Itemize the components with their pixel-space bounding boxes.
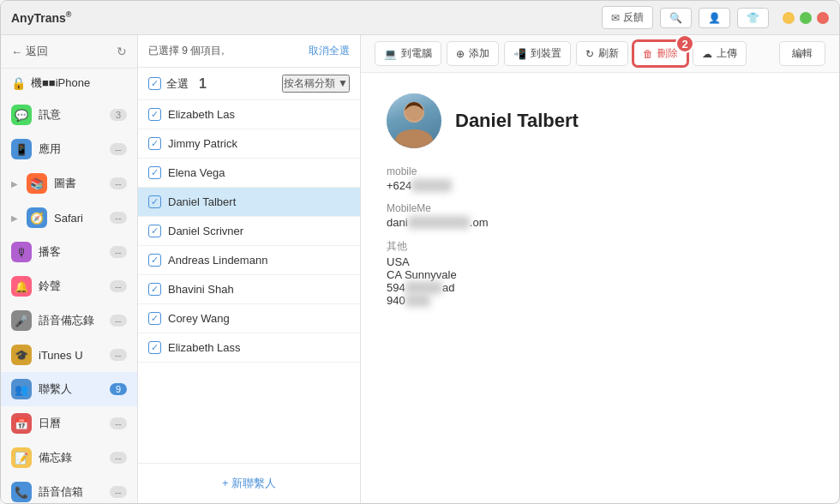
- app-window: AnyTrans® ✉ 反饋 🔍 👤 👕 − + ×: [0, 0, 840, 504]
- contact-item[interactable]: Bhavini Shah: [138, 275, 360, 304]
- sidebar-item-apps[interactable]: 📱 應用 --: [1, 132, 137, 166]
- shirt-button[interactable]: 👕: [737, 8, 769, 28]
- ringtones-icon: 🔔: [11, 276, 32, 297]
- refresh-icon[interactable]: ↻: [117, 45, 127, 58]
- messages-icon: 💬: [11, 105, 32, 125]
- edit-button[interactable]: 編輯: [779, 41, 825, 66]
- sidebar-header: ← 返回 ↻: [1, 35, 137, 69]
- select-all-row: 全選 1 按名稱分類 ▼: [138, 68, 360, 100]
- user-button[interactable]: 👤: [699, 8, 730, 28]
- sidebar-item-calendar[interactable]: 📅 日曆 --: [1, 406, 137, 441]
- voicememo-icon: 🎤: [11, 310, 32, 331]
- sidebar-item-safari[interactable]: ▶ 🧭 Safari --: [1, 201, 137, 235]
- sidebar-item-voicemail[interactable]: 📞 語音信箱 --: [1, 475, 137, 503]
- contact-item[interactable]: Elizabeth Lass: [138, 333, 360, 363]
- expand-arrow-icon: ▶: [11, 213, 18, 223]
- to-device-icon: 📲: [513, 48, 526, 60]
- sidebar-item-notes[interactable]: 📝 備忘錄 --: [1, 441, 137, 475]
- add-button[interactable]: ⊕ 添加: [447, 41, 499, 66]
- contact-list-header: 已選擇 9 個項目, 取消全選: [138, 35, 360, 68]
- add-icon: ⊕: [456, 48, 465, 60]
- upload-button[interactable]: ☁ 上傳: [693, 41, 747, 66]
- contact-item-daniel-talbert[interactable]: Daniel Talbert: [138, 188, 360, 217]
- maximize-button[interactable]: +: [800, 12, 812, 24]
- sidebar-item-contacts[interactable]: 👥 聯繫人 9: [1, 372, 137, 406]
- detail-content: Daniel Talbert mobile +624 MobileMe dani…: [361, 73, 839, 503]
- contact-checkbox[interactable]: [148, 108, 161, 121]
- window-controls: − + ×: [783, 12, 829, 24]
- contact-item[interactable]: Jimmy Patrick: [138, 129, 360, 159]
- to-pc-button[interactable]: 💻 到電腦: [375, 41, 441, 66]
- delete-wrap: 🗑 刪除 2: [633, 41, 687, 66]
- step2-badge: 2: [675, 35, 694, 53]
- contact-hero: Daniel Talbert: [387, 93, 813, 148]
- user-icon: 👤: [708, 12, 721, 24]
- to-device-button[interactable]: 📲 到裝置: [504, 41, 571, 66]
- main-layout: ← 返回 ↻ 🔒 機■■iPhone 💬 訊意 3 📱 應用 -- ▶: [1, 35, 839, 503]
- sidebar: ← 返回 ↻ 🔒 機■■iPhone 💬 訊意 3 📱 應用 -- ▶: [1, 35, 138, 503]
- device-name: 🔒 機■■iPhone: [1, 69, 137, 98]
- contact-checkbox[interactable]: [148, 312, 161, 325]
- calendar-icon: 📅: [11, 413, 32, 434]
- contact-list-panel: 已選擇 9 個項目, 取消全選 全選 1 按名稱分類 ▼ Elizabeth L…: [138, 35, 361, 503]
- contact-checkbox[interactable]: [148, 254, 161, 267]
- sidebar-item-ringtones[interactable]: 🔔 鈴聲 --: [1, 269, 137, 303]
- sidebar-item-podcasts[interactable]: 🎙 播客 --: [1, 235, 137, 269]
- contact-item-corey-wang[interactable]: Corey Wang: [138, 304, 360, 333]
- books-icon: 📚: [27, 173, 47, 194]
- contact-checkbox[interactable]: [148, 166, 161, 179]
- contact-checkbox[interactable]: [148, 195, 161, 208]
- cancel-all-link[interactable]: 取消全選: [309, 44, 350, 58]
- feedback-button[interactable]: ✉ 反饋: [602, 6, 653, 29]
- app-title: AnyTrans®: [11, 10, 602, 25]
- sidebar-item-books[interactable]: ▶ 📚 圖書 --: [1, 166, 137, 201]
- select-all-label[interactable]: 全選 1: [148, 76, 207, 92]
- refresh-button[interactable]: ↻ 刷新: [576, 41, 628, 66]
- field-mobileme: MobileMe dani .om: [387, 202, 813, 229]
- contact-scroll: Elizabeth Las Jimmy Patrick Elena Vega D…: [138, 100, 360, 463]
- safari-icon: 🧭: [27, 207, 47, 228]
- expand-arrow-icon: ▶: [11, 179, 18, 189]
- notes-icon: 📝: [11, 447, 32, 468]
- contact-checkbox[interactable]: [148, 225, 161, 237]
- minimize-button[interactable]: −: [783, 12, 795, 24]
- contact-checkbox[interactable]: [148, 137, 161, 150]
- feedback-icon: ✉: [611, 12, 620, 24]
- field-mobile: mobile +624: [387, 165, 813, 192]
- back-button[interactable]: ← 返回: [11, 44, 48, 59]
- contact-item[interactable]: Daniel Scrivner: [138, 217, 360, 246]
- titlebar-controls: ✉ 反饋 🔍 👤 👕 − + ×: [602, 6, 829, 29]
- contacts-icon: 👥: [11, 379, 32, 399]
- itunesu-icon: 🎓: [11, 345, 32, 365]
- contact-checkbox[interactable]: [148, 341, 161, 354]
- add-contact-button[interactable]: + 新聯繫人: [138, 463, 360, 503]
- contact-item[interactable]: Andreas Lindemann: [138, 246, 360, 275]
- delete-icon: 🗑: [643, 48, 653, 60]
- back-arrow-icon: ←: [11, 45, 22, 58]
- podcasts-icon: 🎙: [11, 242, 32, 262]
- contact-item[interactable]: Elena Vega: [138, 159, 360, 188]
- apps-icon: 📱: [11, 139, 32, 159]
- search-icon: 🔍: [669, 12, 682, 24]
- sidebar-item-messages[interactable]: 💬 訊意 3: [1, 98, 137, 132]
- detail-panel: 💻 到電腦 ⊕ 添加 📲 到裝置 ↻ 刷新 🗑: [361, 35, 839, 503]
- step1-number: 1: [199, 76, 207, 92]
- to-pc-icon: 💻: [384, 48, 397, 60]
- avatar-image: [387, 93, 441, 148]
- avatar: [387, 93, 441, 148]
- field-other: 其他 USA CA Sunnyvale 594 ad 940: [387, 239, 813, 307]
- search-button[interactable]: 🔍: [660, 8, 692, 28]
- shirt-icon: 👕: [747, 12, 759, 24]
- contact-item[interactable]: Elizabeth Las: [138, 100, 360, 129]
- sort-button[interactable]: 按名稱分類 ▼: [282, 75, 350, 93]
- upload-icon: ☁: [702, 48, 712, 60]
- contact-checkbox[interactable]: [148, 283, 161, 296]
- detail-toolbar: 💻 到電腦 ⊕ 添加 📲 到裝置 ↻ 刷新 🗑: [361, 35, 839, 73]
- voicemail-icon: 📞: [11, 482, 32, 502]
- lock-icon: 🔒: [11, 76, 26, 90]
- sidebar-item-voicememo[interactable]: 🎤 語音備忘錄 --: [1, 303, 137, 338]
- sidebar-item-itunesu[interactable]: 🎓 iTunes U --: [1, 338, 137, 372]
- select-all-checkbox[interactable]: [148, 77, 161, 90]
- refresh-icon: ↻: [585, 48, 594, 60]
- close-button[interactable]: ×: [817, 12, 829, 24]
